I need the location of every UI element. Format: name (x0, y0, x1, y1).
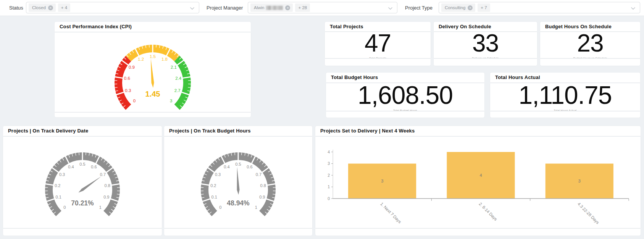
svg-text:0.6: 0.6 (124, 76, 130, 81)
delivery-bar-chart[interactable]: 012343431. Next 7 Days2. 8-14 Days4.3 22… (315, 137, 641, 228)
svg-text:0.8: 0.8 (260, 183, 266, 188)
panel-footer (3, 229, 162, 236)
svg-text:0.1: 0.1 (211, 195, 217, 199)
panel-footer (434, 59, 537, 66)
panel-footer (540, 59, 640, 66)
svg-text:70.21%: 70.21% (71, 199, 94, 207)
svg-text:0.6: 0.6 (91, 165, 97, 169)
svg-text:3: 3 (381, 179, 383, 183)
svg-text:4.3 22-28 Days: 4.3 22-28 Days (577, 202, 600, 225)
panel-title: Delivery On Schedule (434, 22, 537, 31)
project-type-filter-label: Project Type (405, 5, 433, 11)
svg-text:1.5: 1.5 (150, 54, 156, 59)
panel-total-hours-actual: Total Hours Actual 1,110.75 Total Hours … (490, 73, 640, 118)
filter-chip[interactable]: Consulting (441, 3, 475, 12)
panel-footer (164, 229, 312, 236)
project-manager-filter-dropdown[interactable]: Alwin + 28 (248, 2, 397, 13)
chevron-down-icon[interactable] (190, 7, 195, 10)
filter-chip[interactable]: Closed (29, 3, 56, 12)
filter-chip-label: Closed (32, 5, 46, 10)
panel-footer (315, 229, 641, 236)
kpi-card-delivery-on-schedule: Delivery On Schedule 33 Delivery on Sche… (434, 22, 537, 66)
svg-text:0.1: 0.1 (56, 195, 61, 199)
more-count-chip[interactable]: + 4 (58, 3, 70, 12)
kpi-body[interactable]: 47 Total Projects (325, 32, 431, 58)
more-count-chip[interactable]: + 28 (295, 3, 310, 12)
kpi-value: 47 (365, 32, 391, 55)
panel-on-track-budget-hours: Projects | On Track Budget Hours 00.10.2… (164, 126, 312, 236)
panel-title: Total Budget Hours (326, 73, 484, 82)
kpi-card-total-projects: Total Projects 47 Total Projects (325, 22, 431, 66)
svg-text:0.3: 0.3 (125, 88, 131, 93)
svg-text:0.4: 0.4 (224, 165, 229, 169)
kpi-body[interactable]: 1,110.75 Total Hours Actual (490, 83, 640, 111)
svg-text:0.5: 0.5 (235, 162, 241, 166)
svg-text:0: 0 (63, 205, 66, 210)
svg-text:1: 1 (328, 184, 330, 189)
svg-text:0.3: 0.3 (59, 172, 65, 177)
svg-text:1.8: 1.8 (161, 57, 168, 61)
chevron-down-icon[interactable] (388, 7, 393, 10)
panel-title: Projects | On Track Budget Hours (164, 126, 312, 136)
chip-remove-icon[interactable] (285, 5, 290, 10)
svg-text:0.2: 0.2 (55, 183, 60, 188)
panel-total-budget-hours: Total Budget Hours 1,608.50 Total Budget… (326, 73, 484, 118)
panel-footer (326, 111, 484, 118)
kpi-value: 1,608.50 (358, 83, 453, 108)
svg-text:3: 3 (328, 161, 330, 166)
chip-remove-icon[interactable] (48, 5, 53, 10)
svg-text:48.94%: 48.94% (227, 199, 250, 207)
svg-text:0.9: 0.9 (129, 65, 135, 69)
chevron-down-icon[interactable] (631, 7, 636, 10)
kpi-body[interactable]: 33 Delivery on Schedule (434, 32, 537, 58)
kpi-body[interactable]: 1,608.50 Total Budget Hours (326, 83, 484, 111)
panel-title: Total Hours Actual (490, 73, 640, 82)
kpi-caption: Total Budget Hours (393, 109, 417, 111)
svg-text:3: 3 (578, 179, 581, 183)
delivery-gauge-chart[interactable]: 00.10.20.30.40.50.60.70.80.9170.21% (3, 137, 162, 228)
svg-text:2: 2 (328, 173, 330, 178)
svg-text:1.45: 1.45 (145, 90, 160, 98)
more-count-chip[interactable]: + 7 (478, 3, 490, 12)
panel-title: Total Projects (325, 22, 431, 31)
svg-text:0: 0 (328, 196, 330, 201)
kpi-value: 1,110.75 (518, 83, 612, 108)
svg-text:0.9: 0.9 (103, 195, 109, 199)
panel-cpi: Cost Performance Index (CPI) 00.30.60.91… (55, 22, 251, 117)
panel-footer (55, 113, 251, 117)
kpi-caption: Total Projects (369, 57, 386, 58)
filter-chip[interactable]: Alwin (250, 3, 293, 12)
status-filter-label: Status (9, 5, 23, 11)
kpi-caption: Total Hours Actual (554, 109, 576, 111)
cpi-gauge-chart[interactable]: 00.30.60.91.21.51.82.12.42.731.45 (55, 32, 251, 112)
filter-chip-label: Consulting (445, 5, 465, 10)
filter-chip-label: Alwin (254, 5, 264, 10)
panel-on-track-delivery-date: Projects | On Track Delivery Date 00.10.… (3, 126, 162, 236)
panel-title: Cost Performance Index (CPI) (55, 22, 251, 32)
kpi-body[interactable]: 23 Budget Hours on Schedule (540, 32, 640, 58)
svg-text:1: 1 (255, 205, 257, 210)
budget-gauge-chart[interactable]: 00.10.20.30.40.50.60.70.80.9148.94% (164, 137, 312, 228)
kpi-card-budget-hours-on-schedule: Budget Hours On Schedule 23 Budget Hours… (540, 22, 640, 66)
svg-text:0.4: 0.4 (68, 165, 74, 169)
kpi-value: 33 (472, 32, 499, 55)
svg-text:4: 4 (479, 173, 482, 178)
status-filter-dropdown[interactable]: Closed + 4 (26, 2, 199, 13)
panel-footer (490, 111, 640, 118)
project-manager-filter-label: Project Manager (207, 5, 243, 11)
kpi-caption: Delivery on Schedule (472, 57, 499, 58)
svg-text:2.4: 2.4 (175, 76, 182, 81)
chip-remove-icon[interactable] (468, 5, 473, 10)
panel-title: Projects Set to Delivery | Next 4 Weeks (315, 126, 641, 136)
svg-text:0.8: 0.8 (105, 183, 110, 188)
svg-text:0.9: 0.9 (259, 195, 265, 199)
svg-text:0: 0 (133, 99, 136, 103)
svg-text:0.7: 0.7 (100, 172, 106, 177)
svg-text:1: 1 (99, 205, 102, 210)
svg-text:1. Next 7 Days: 1. Next 7 Days (379, 202, 402, 224)
svg-text:4: 4 (328, 150, 330, 154)
svg-text:2. 8-14 Days: 2. 8-14 Days (478, 202, 498, 222)
svg-text:0.7: 0.7 (256, 172, 261, 177)
project-type-filter-dropdown[interactable]: Consulting + 7 (439, 2, 640, 13)
panel-title: Projects | On Track Delivery Date (3, 126, 162, 136)
